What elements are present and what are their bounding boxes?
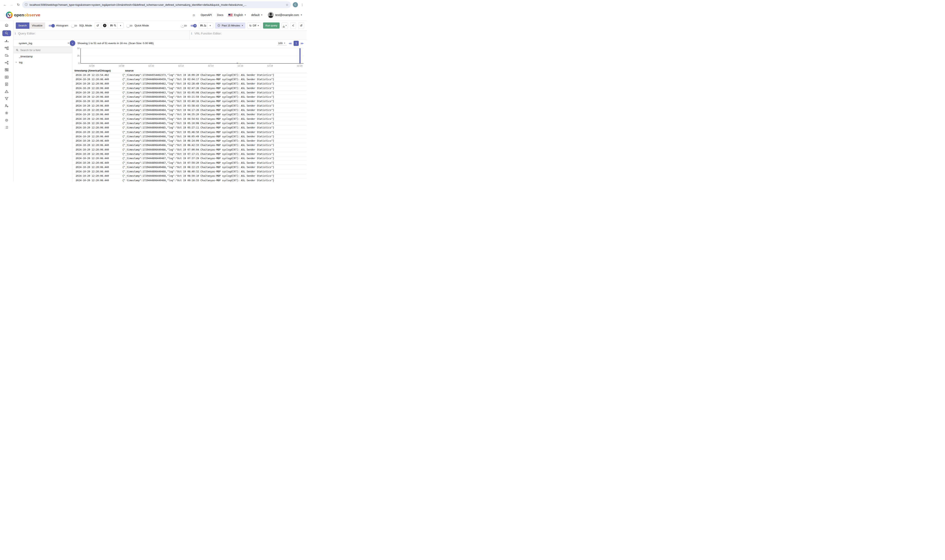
histogram-bar[interactable] [299, 48, 301, 63]
field-item-timestamp[interactable]: _timestamp [14, 53, 72, 59]
time-range-picker[interactable]: Past 15 Minutes ▼ [215, 23, 245, 29]
table-row[interactable]: ›2024-10-20 12:20:06.440{"_timestamp":17… [72, 169, 306, 174]
download-results-button[interactable]: ↓ ▼ [282, 23, 288, 29]
table-row[interactable]: ›2024-10-20 12:20:06.440{"_timestamp":17… [72, 104, 306, 108]
table-row[interactable]: ›2024-10-20 12:20:06.440{"_timestamp":17… [72, 148, 306, 152]
openapi-link[interactable]: OpenAPI [200, 13, 212, 17]
tab-search[interactable]: Search [16, 23, 29, 29]
expand-row-icon[interactable]: › [72, 179, 75, 182]
reports-icon[interactable] [2, 82, 11, 86]
dashboards-icon[interactable] [2, 68, 11, 72]
field-item-log[interactable]: ˅ log [14, 59, 72, 65]
page-size-select[interactable]: 100▼ [277, 41, 286, 46]
table-row[interactable]: ›2024-10-20 12:20:06.440{"_timestamp":17… [72, 117, 306, 121]
table-row[interactable]: ›2024-10-20 12:20:06.440{"_timestamp":17… [72, 143, 306, 148]
saved-searches-dropdown[interactable]: ▼ [117, 23, 123, 29]
save-function-button[interactable]: fx [199, 23, 207, 29]
quick-mode-toggle[interactable] [126, 23, 133, 28]
rum-icon[interactable] [2, 53, 11, 58]
histogram-toggle[interactable] [48, 23, 55, 28]
stream-select[interactable]: system_log ▼ [14, 40, 72, 47]
expand-row-icon[interactable]: › [72, 122, 75, 125]
table-row[interactable]: ›2024-10-20 12:20:06.440{"_timestamp":17… [72, 91, 306, 95]
expand-row-icon[interactable]: › [72, 174, 75, 177]
org-selector[interactable]: default▼ [251, 13, 263, 17]
expand-row-icon[interactable]: › [72, 126, 75, 129]
site-info-icon[interactable]: ⓘ [25, 3, 28, 6]
about-icon[interactable] [2, 125, 11, 129]
table-row[interactable]: ›2024-10-20 12:20:06.440{"_timestamp":17… [72, 152, 306, 156]
expand-row-icon[interactable]: › [72, 91, 75, 94]
expand-row-icon[interactable]: › [72, 131, 75, 134]
streams-icon[interactable] [2, 75, 11, 79]
expand-row-icon[interactable]: › [72, 113, 75, 116]
show-transforms-toggle[interactable]: ≡ [181, 23, 188, 28]
bookmark-star-icon[interactable]: ☆ [286, 3, 288, 7]
settings-icon[interactable] [2, 111, 11, 115]
url-text[interactable]: localhost:5080/web/logs?stream_type=logs… [29, 3, 284, 6]
expand-row-icon[interactable]: › [72, 104, 75, 107]
vrl-function-editor[interactable]: 1 VRL Function Editor: [190, 31, 306, 39]
help-button[interactable]: ? [102, 23, 108, 29]
last-page-button[interactable]: ▶▶ [301, 42, 304, 45]
expand-row-icon[interactable]: › [72, 74, 75, 77]
alerts-icon[interactable] [2, 89, 11, 94]
expand-row-icon[interactable]: › [72, 162, 75, 164]
expand-row-icon[interactable]: › [72, 82, 75, 85]
table-row[interactable]: ›2024-10-20 12:20:06.440{"_timestamp":17… [72, 130, 306, 134]
tab-visualize[interactable]: Visualize [29, 23, 45, 29]
browser-reload-icon[interactable]: ↻ [15, 2, 21, 8]
expand-row-icon[interactable]: › [72, 109, 75, 112]
browser-forward-icon[interactable]: → [9, 2, 15, 8]
table-row[interactable]: ›2024-10-20 12:20:06.440{"_timestamp":17… [72, 82, 306, 86]
browser-profile-avatar[interactable]: C [293, 2, 298, 7]
table-row[interactable]: ›2024-10-20 12:20:06.440{"_timestamp":17… [72, 165, 306, 169]
vrl-function-toggle[interactable]: fx [190, 23, 197, 28]
functions-dropdown[interactable]: ▼ [207, 23, 213, 29]
slack-icon[interactable] [2, 118, 11, 123]
language-selector[interactable]: English▼ [228, 13, 246, 17]
sql-mode-toggle[interactable] [71, 23, 78, 28]
reset-filters-button[interactable]: ↺ [95, 23, 101, 29]
iam-icon[interactable] [2, 104, 11, 108]
expand-row-icon[interactable]: › [72, 144, 75, 147]
run-query-button[interactable]: Run query [263, 23, 280, 29]
field-search[interactable]: Search for a field [14, 47, 72, 53]
table-row[interactable]: ›2024-10-20 12:20:06.440{"_timestamp":17… [72, 178, 306, 182]
home-icon[interactable] [2, 23, 11, 28]
table-row[interactable]: ›2024-10-20 12:20:06.440{"_timestamp":17… [72, 156, 306, 161]
expand-row-icon[interactable]: › [72, 135, 75, 138]
query-editor[interactable]: 1 Query Editor: [14, 31, 190, 39]
pipelines-icon[interactable] [2, 60, 11, 65]
current-page[interactable]: 1 [294, 41, 299, 46]
browser-menu-icon[interactable]: ⋮ [300, 3, 305, 7]
search-history-button[interactable]: ↺ [298, 23, 304, 29]
column-source[interactable]: source [125, 69, 134, 72]
expand-row-icon[interactable]: › [72, 95, 75, 98]
expand-row-icon[interactable]: › [72, 117, 75, 120]
table-row[interactable]: ›2024-10-20 12:20:06.440{"_timestamp":17… [72, 138, 306, 143]
table-row[interactable]: ›2024-10-20 12:20:06.440{"_timestamp":17… [72, 161, 306, 165]
table-row[interactable]: ›2024-10-20 12:20:06.440{"_timestamp":17… [72, 112, 306, 117]
expand-row-icon[interactable]: › [72, 170, 75, 173]
table-row[interactable]: ›2024-10-20 12:15:54.462{"_timestamp":17… [72, 73, 306, 77]
histogram-bar[interactable] [237, 63, 238, 63]
expand-row-icon[interactable]: › [72, 78, 75, 81]
expand-row-icon[interactable]: › [72, 166, 75, 169]
table-row[interactable]: ›2024-10-20 12:20:06.440{"_timestamp":17… [72, 134, 306, 138]
table-row[interactable]: ›2024-10-20 12:20:06.440{"_timestamp":17… [72, 99, 306, 104]
table-row[interactable]: ›2024-10-20 12:20:06.440{"_timestamp":17… [72, 108, 306, 112]
table-row[interactable]: ›2024-10-20 12:20:06.440{"_timestamp":17… [72, 126, 306, 130]
expand-row-icon[interactable]: › [72, 157, 75, 160]
table-row[interactable]: ›2024-10-20 12:20:06.440{"_timestamp":17… [72, 77, 306, 82]
traces-icon[interactable] [2, 46, 11, 51]
expand-row-icon[interactable]: › [72, 100, 75, 103]
table-row[interactable]: ›2024-10-20 12:20:06.440{"_timestamp":17… [72, 95, 306, 99]
docs-link[interactable]: Docs [217, 13, 223, 17]
address-bar[interactable]: ⓘ localhost:5080/web/logs?stream_type=lo… [22, 2, 291, 8]
user-menu[interactable]: test@example.com▼ [268, 12, 302, 18]
theme-toggle-icon[interactable]: ☼ [192, 13, 195, 17]
logs-search-icon[interactable] [2, 30, 11, 36]
share-link-button[interactable] [290, 23, 296, 29]
refresh-interval-button[interactable]: ↻ Off ▼ [247, 23, 261, 29]
